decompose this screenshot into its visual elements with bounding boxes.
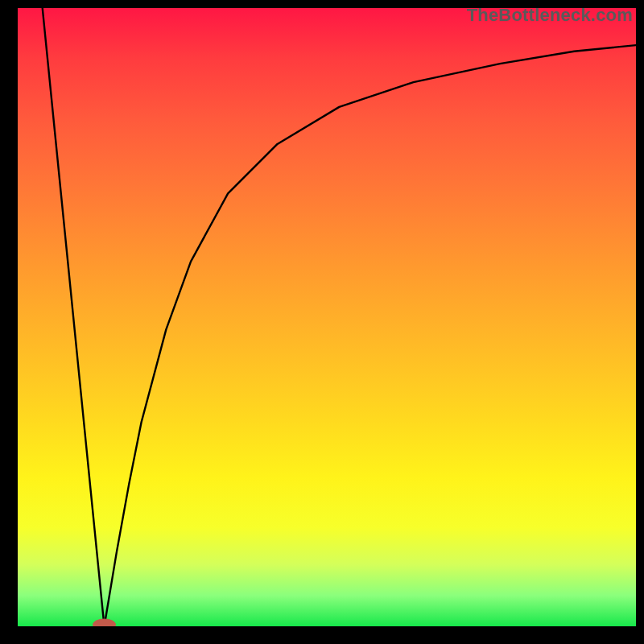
curve-left [43, 8, 105, 626]
minimum-marker [93, 619, 116, 626]
chart-frame: TheBottleneck.com [0, 0, 644, 644]
chart-svg [18, 8, 636, 626]
watermark-text: TheBottleneck.com [467, 5, 633, 26]
curve-right [105, 45, 636, 626]
plot-area [18, 8, 636, 626]
